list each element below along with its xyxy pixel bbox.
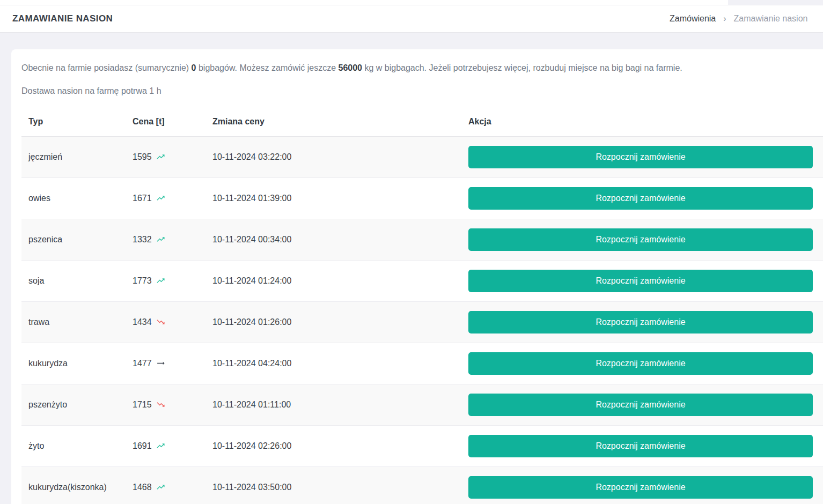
- price-cell: 1434: [126, 301, 205, 343]
- table-row: pszenica 1332 10-11-2024 00:34:00 Rozpoc…: [21, 219, 823, 260]
- column-header-type: Typ: [21, 107, 126, 136]
- price-change-cell: 10-11-2024 03:50:00: [205, 466, 461, 504]
- breadcrumb-item-current: Zamawianie nasion: [734, 14, 808, 24]
- trend-flat-icon: [156, 359, 165, 368]
- seed-type-cell: jęczmień: [21, 136, 126, 177]
- remaining-kg: 56000: [338, 63, 362, 72]
- table-row: kukurydza 1477 10-11-2024 04:24:00 Rozpo…: [21, 343, 823, 384]
- seed-type-label: pszenica: [28, 235, 62, 244]
- price-change-timestamp: 10-11-2024 01:26:00: [212, 317, 291, 327]
- main-content: Obecnie na farmie posiadasz (sumarycznie…: [0, 49, 823, 504]
- price-change-timestamp: 10-11-2024 01:11:00: [212, 400, 291, 409]
- table-row: owies 1671 10-11-2024 01:39:00 Rozpoczni…: [21, 177, 823, 219]
- start-order-button[interactable]: Rozpocznij zamówienie: [468, 146, 813, 168]
- seed-type-cell: pszenżyto: [21, 384, 126, 425]
- price-value: 1671: [133, 194, 152, 203]
- trend-up-icon: [156, 276, 165, 285]
- seed-type-cell: kukurydza: [21, 343, 126, 384]
- breadcrumb-item-orders[interactable]: Zamówienia: [670, 14, 716, 24]
- start-order-button[interactable]: Rozpocznij zamówienie: [468, 270, 813, 292]
- seed-order-card: Obecnie na farmie posiadasz (sumarycznie…: [11, 49, 823, 504]
- trend-up-icon: [156, 194, 165, 203]
- table-row: żyto 1691 10-11-2024 02:26:00 Rozpocznij…: [21, 425, 823, 466]
- price-cell: 1477: [126, 343, 205, 384]
- table-row: kukurydza(kiszonka) 1468 10-11-2024 03:5…: [21, 466, 823, 504]
- price-change-cell: 10-11-2024 01:24:00: [205, 260, 461, 301]
- price-change-timestamp: 10-11-2024 01:24:00: [212, 276, 291, 285]
- start-order-button[interactable]: Rozpocznij zamówienie: [468, 476, 813, 499]
- start-order-button[interactable]: Rozpocznij zamówienie: [468, 228, 813, 251]
- price-value: 1715: [133, 400, 152, 410]
- price-cell: 1715: [126, 384, 205, 425]
- topbar: [0, 0, 823, 5]
- table-row: soja 1773 10-11-2024 01:24:00 Rozpocznij…: [21, 260, 823, 301]
- seed-type-cell: żyto: [21, 425, 126, 466]
- price-value: 1691: [133, 441, 152, 451]
- price-change-cell: 10-11-2024 00:34:00: [205, 219, 461, 260]
- page-header: ZAMAWIANIE NASION Zamówienia › Zamawiani…: [0, 5, 823, 33]
- price-cell: 1468: [126, 466, 205, 504]
- price-value: 1468: [133, 483, 152, 492]
- action-cell: Rozpocznij zamówienie: [461, 260, 823, 301]
- price-change-cell: 10-11-2024 01:11:00: [205, 384, 461, 425]
- price-change-cell: 10-11-2024 01:26:00: [205, 301, 461, 343]
- table-row: jęczmień 1595 10-11-2024 03:22:00 Rozpoc…: [21, 136, 823, 177]
- seed-type-label: soja: [28, 276, 44, 285]
- action-cell: Rozpocznij zamówienie: [461, 466, 823, 504]
- column-header-change: Zmiana ceny: [205, 107, 461, 136]
- price-value: 1477: [133, 359, 152, 368]
- trend-up-icon: [156, 235, 165, 244]
- action-cell: Rozpocznij zamówienie: [461, 177, 823, 219]
- start-order-button[interactable]: Rozpocznij zamówienie: [468, 435, 813, 457]
- trend-up-icon: [156, 483, 165, 492]
- start-order-button[interactable]: Rozpocznij zamówienie: [468, 311, 813, 333]
- trend-up-icon: [156, 152, 165, 161]
- breadcrumb: Zamówienia › Zamawianie nasion: [670, 14, 807, 24]
- price-cell: 1773: [126, 260, 205, 301]
- start-order-button[interactable]: Rozpocznij zamówienie: [468, 352, 813, 375]
- action-cell: Rozpocznij zamówienie: [461, 384, 823, 425]
- price-change-timestamp: 10-11-2024 00:34:00: [212, 235, 291, 244]
- price-change-timestamp: 10-11-2024 03:50:00: [212, 483, 291, 492]
- action-cell: Rozpocznij zamówienie: [461, 343, 823, 384]
- price-change-cell: 10-11-2024 03:22:00: [205, 136, 461, 177]
- seed-type-label: pszenżyto: [28, 400, 67, 409]
- column-header-price: Cena [t]: [126, 107, 205, 136]
- seed-type-label: jęczmień: [28, 152, 62, 161]
- price-value: 1434: [133, 317, 152, 327]
- seed-type-label: owies: [28, 194, 50, 203]
- start-order-button[interactable]: Rozpocznij zamówienie: [468, 394, 813, 416]
- action-cell: Rozpocznij zamówienie: [461, 301, 823, 343]
- price-cell: 1671: [126, 177, 205, 219]
- action-cell: Rozpocznij zamówienie: [461, 425, 823, 466]
- price-cell: 1595: [126, 136, 205, 177]
- trend-down-icon: [156, 317, 165, 327]
- price-change-cell: 10-11-2024 01:39:00: [205, 177, 461, 219]
- seed-type-cell: pszenica: [21, 219, 126, 260]
- price-change-cell: 10-11-2024 04:24:00: [205, 343, 461, 384]
- price-change-timestamp: 10-11-2024 03:22:00: [212, 152, 291, 161]
- seed-table-body: jęczmień 1595 10-11-2024 03:22:00 Rozpoc…: [21, 136, 823, 504]
- seed-price-table: Typ Cena [t] Zmiana ceny Akcja jęczmień …: [21, 107, 823, 504]
- price-cell: 1691: [126, 425, 205, 466]
- capacity-info-text: Obecnie na farmie posiadasz (sumarycznie…: [21, 63, 823, 73]
- action-cell: Rozpocznij zamówienie: [461, 136, 823, 177]
- price-value: 1332: [133, 235, 152, 244]
- seed-type-cell: trawa: [21, 301, 126, 343]
- chevron-right-icon: ›: [723, 14, 726, 23]
- price-change-timestamp: 10-11-2024 01:39:00: [212, 194, 291, 203]
- seed-type-label: trawa: [28, 317, 49, 327]
- price-change-timestamp: 10-11-2024 02:26:00: [212, 441, 291, 450]
- price-value: 1595: [133, 152, 152, 162]
- page-title: ZAMAWIANIE NASION: [12, 13, 113, 24]
- topbar-corner: [728, 0, 823, 5]
- delivery-info-text: Dostawa nasion na farmę potrwa 1 h: [21, 86, 823, 96]
- seed-type-label: kukurydza: [28, 359, 68, 368]
- column-header-action: Akcja: [461, 107, 823, 136]
- trend-up-icon: [156, 441, 165, 450]
- trend-down-icon: [156, 400, 165, 409]
- seed-type-cell: soja: [21, 260, 126, 301]
- seed-type-label: kukurydza(kiszonka): [28, 483, 107, 492]
- price-change-timestamp: 10-11-2024 04:24:00: [212, 359, 291, 368]
- start-order-button[interactable]: Rozpocznij zamówienie: [468, 187, 813, 210]
